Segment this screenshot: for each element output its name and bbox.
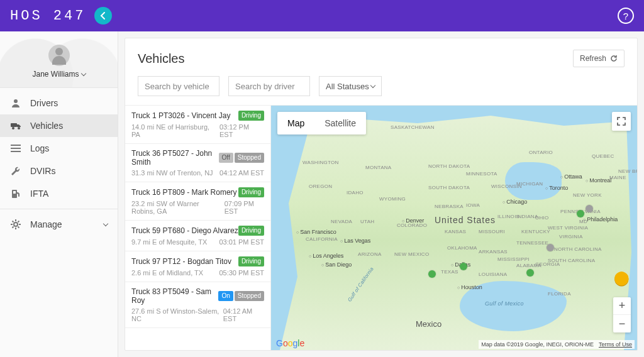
map-state-label: MONTANA bbox=[365, 165, 392, 170]
map-state-label: SASKATCHEWAN bbox=[391, 124, 435, 130]
svg-point-2 bbox=[12, 127, 14, 129]
vehicle-title: Truck 83 PT5049 - Sam Roy bbox=[131, 287, 218, 305]
nav-label: Manage bbox=[30, 219, 62, 229]
map-state-label: TEXAS bbox=[441, 269, 458, 275]
vehicle-row[interactable]: Truck 59 PT680 - Diego Alvarez Driving 9… bbox=[125, 221, 270, 251]
map-state-label: OREGON bbox=[309, 184, 332, 189]
vehicle-time: 03:01 PM EST bbox=[219, 238, 264, 246]
map-city-label: Philadelphia bbox=[583, 216, 618, 222]
vehicle-marker[interactable] bbox=[586, 205, 593, 212]
search-vehicle-input[interactable] bbox=[138, 76, 219, 96]
nav-ifta[interactable]: IFTA bbox=[0, 182, 118, 205]
vehicle-marker[interactable] bbox=[526, 269, 534, 277]
map-city-label: Ottawa bbox=[560, 173, 582, 180]
vehicle-time: 04:12 AM EST bbox=[223, 307, 264, 322]
map-city-label: Montreal bbox=[586, 177, 611, 184]
avatar bbox=[48, 45, 70, 66]
map-label-gulf-mexico: Gulf of Mexico bbox=[485, 300, 524, 307]
nav-vehicles[interactable]: Vehicles bbox=[0, 114, 118, 137]
nav-manage[interactable]: Manage bbox=[0, 213, 118, 236]
map-state-label: NEBRASKA bbox=[435, 204, 464, 209]
main-panel: Vehicles Refresh All Statuses Truck 1 PT… bbox=[125, 38, 638, 351]
vehicle-location: 27.6 mi S of Winston-Salem, NC bbox=[131, 307, 223, 322]
svg-point-0 bbox=[14, 99, 18, 103]
refresh-button[interactable]: Refresh bbox=[573, 50, 625, 67]
vehicle-time: 04:12 AM EST bbox=[219, 169, 264, 177]
map-type-satellite[interactable]: Satellite bbox=[314, 112, 366, 135]
nav-logs[interactable]: Logs bbox=[0, 137, 118, 160]
chevron-down-icon bbox=[80, 71, 86, 76]
map-city-label: San Diego bbox=[321, 261, 352, 268]
map-state-label: OHIO bbox=[535, 215, 549, 221]
vehicle-marker[interactable] bbox=[547, 244, 554, 251]
vehicle-row[interactable]: Truck 36 PT5027 - John Smith OffStopped … bbox=[125, 144, 270, 182]
user-menu[interactable]: Jane Williams bbox=[0, 31, 118, 88]
vehicle-list[interactable]: Truck 1 PT3026 - Vincent Jay Driving 14.… bbox=[125, 106, 271, 350]
nav-label: DVIRs bbox=[30, 166, 55, 176]
vehicle-row[interactable]: Truck 16 PT809 - Mark Romery Driving 23.… bbox=[125, 182, 270, 221]
map-state-label: NORTH DAKOTA bbox=[428, 163, 470, 169]
fullscreen-button[interactable] bbox=[612, 112, 631, 131]
svg-rect-8 bbox=[13, 191, 16, 194]
map[interactable]: Map Satellite ⬤ + − United States Mexico… bbox=[271, 106, 637, 350]
page-title: Vehicles bbox=[138, 52, 185, 66]
map-state-label: NEW YORK bbox=[573, 192, 602, 198]
svg-rect-1 bbox=[11, 123, 17, 127]
map-city-label: Las Vegas bbox=[340, 238, 370, 244]
nav-drivers[interactable]: Drivers bbox=[0, 92, 118, 114]
pegman-icon: ⬤ bbox=[614, 270, 630, 286]
zoom-out-button[interactable]: − bbox=[613, 315, 631, 332]
vehicle-title: Truck 59 PT680 - Diego Alvarez bbox=[131, 226, 238, 235]
status-badge: Driving bbox=[238, 187, 264, 197]
vehicle-time: 07:09 PM EST bbox=[225, 200, 264, 215]
map-state-label: KANSAS bbox=[445, 229, 466, 234]
vehicle-location: 9.7 mi E of Mesquite, TX bbox=[131, 238, 207, 246]
status-badge: Stopped bbox=[235, 153, 264, 163]
vehicle-row[interactable]: Truck 83 PT5049 - Sam Roy OnStopped 27.6… bbox=[125, 282, 270, 328]
nav-label: Vehicles bbox=[30, 121, 63, 131]
refresh-icon bbox=[610, 55, 618, 62]
chevron-left-icon bbox=[99, 12, 107, 19]
brand-logo: HOS 247 bbox=[10, 8, 86, 24]
vehicle-marker[interactable] bbox=[460, 263, 467, 270]
help-icon: ? bbox=[623, 11, 628, 21]
map-state-label: ARKANSAS bbox=[479, 249, 508, 255]
vehicle-row[interactable]: Truck 97 PT12 - Bogdan Titov Driving 2.6… bbox=[125, 251, 270, 282]
map-state-label: QUEBEC bbox=[592, 153, 614, 159]
vehicle-time: 05:30 PM EST bbox=[219, 269, 264, 277]
vehicle-location: 31.3 mi NW of Trenton, NJ bbox=[131, 169, 213, 177]
map-state-label: NORTH CAROLINA bbox=[554, 246, 602, 252]
vehicle-marker[interactable] bbox=[577, 210, 584, 217]
refresh-label: Refresh bbox=[580, 54, 606, 63]
pegman[interactable]: ⬤ bbox=[612, 268, 631, 287]
terms-link[interactable]: Terms of Use bbox=[599, 341, 632, 348]
vehicle-marker[interactable] bbox=[428, 270, 436, 278]
status-select[interactable]: All Statuses bbox=[319, 76, 382, 96]
status-selected-label: All Statuses bbox=[326, 82, 369, 91]
vehicle-row[interactable]: Truck 1 PT3026 - Vincent Jay Driving 14.… bbox=[125, 106, 270, 144]
back-button[interactable] bbox=[94, 7, 112, 25]
map-state-label: LOUISIANA bbox=[479, 272, 507, 277]
map-state-label: NEW MEXICO bbox=[394, 251, 429, 257]
vehicle-location: 14.0 mi NE of Harrisburg, PA bbox=[131, 123, 219, 138]
fullscreen-icon bbox=[617, 117, 626, 126]
zoom-controls: + − bbox=[613, 297, 631, 332]
nav-dvirs[interactable]: DVIRs bbox=[0, 160, 118, 182]
map-city-label: Los Angeles bbox=[309, 253, 343, 259]
map-state-label: ARIZONA bbox=[358, 251, 382, 257]
nav-label: Drivers bbox=[30, 98, 58, 108]
chevron-down-icon bbox=[103, 221, 108, 226]
status-badge: Driving bbox=[238, 256, 264, 266]
nav-label: IFTA bbox=[30, 189, 48, 199]
vehicle-time: 03:12 PM EST bbox=[219, 123, 264, 138]
top-bar: HOS 247 ? bbox=[0, 0, 644, 31]
help-button[interactable]: ? bbox=[618, 8, 634, 24]
map-state-label: MISSOURI bbox=[479, 229, 505, 234]
zoom-in-button[interactable]: + bbox=[613, 297, 631, 315]
map-state-label: VIRGINIA bbox=[559, 234, 583, 239]
search-driver-input[interactable] bbox=[228, 76, 310, 96]
svg-point-9 bbox=[14, 222, 18, 226]
vehicle-title: Truck 36 PT5027 - John Smith bbox=[131, 149, 219, 167]
map-type-map[interactable]: Map bbox=[277, 112, 314, 135]
nav-label: Logs bbox=[30, 143, 49, 153]
